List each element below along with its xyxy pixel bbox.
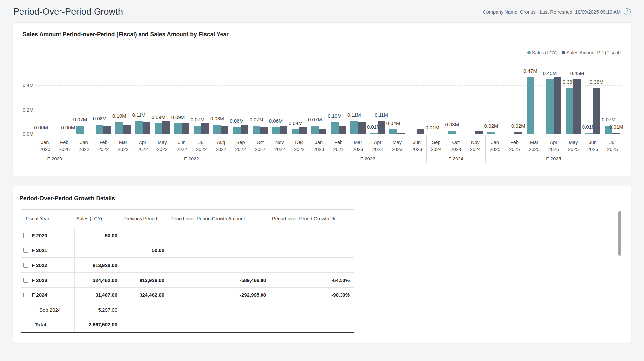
- bar-sales-dec-2022[interactable]: [292, 129, 299, 134]
- row-header-cell[interactable]: +F 2021: [21, 243, 74, 258]
- expand-plus-icon[interactable]: +: [23, 263, 28, 268]
- previous-period-cell: 324,462.00: [121, 288, 168, 302]
- x-axis-label-feb-2022: Feb2022: [94, 139, 113, 153]
- bar-sales-mar-2022[interactable]: [115, 122, 123, 134]
- bar-pp-apr-2025[interactable]: [554, 77, 561, 134]
- row-header-cell[interactable]: Sep 2024: [21, 302, 74, 317]
- fiscal-group-label: F 2020: [35, 156, 74, 161]
- bar-sales-may-2022[interactable]: [155, 123, 162, 134]
- x-axis-label-sep-2022: Sep2022: [231, 139, 250, 153]
- bar-pp-mar-2022[interactable]: [123, 125, 131, 134]
- x-axis-month: Jul: [603, 139, 622, 146]
- growth-amount-cell: -589,466.00: [168, 273, 270, 288]
- x-axis-label-mar-2025: Mar2025: [524, 139, 544, 153]
- expand-plus-icon[interactable]: +: [23, 233, 28, 238]
- x-axis-label-feb-2023: Feb2023: [329, 139, 348, 153]
- bar-sales-nov-2022[interactable]: [272, 127, 280, 134]
- chart-area: Sales (LCY)Sales Amount PP (Fiscal) 0.0M…: [23, 50, 621, 166]
- row-header-cell[interactable]: +F 2020: [21, 228, 74, 243]
- bar-pp-jun-2025[interactable]: [593, 88, 600, 134]
- bar-pp-mar-2023[interactable]: [358, 122, 366, 134]
- sales-cell: 31,467.00: [74, 288, 121, 302]
- plot-area: 0.00M0.07M0.08M0.10M0.11M0.09M0.09M0.07M…: [35, 50, 622, 134]
- x-axis-month: Jun: [172, 139, 191, 146]
- bar-sales-jan-2025[interactable]: [487, 132, 495, 134]
- column-header-4[interactable]: Period-over-Period Growth %: [270, 210, 354, 228]
- x-axis-label-dec-2022: Dec2022: [290, 139, 309, 153]
- table-body: +F 202050.00+F 202150.00+F 2022913,928.0…: [21, 228, 354, 332]
- bar-pp-may-2025[interactable]: [573, 79, 581, 134]
- bar-sales-apr-2022[interactable]: [135, 121, 143, 134]
- row-header-cell[interactable]: Total: [21, 317, 74, 332]
- bar-sales-aug-2022[interactable]: [213, 125, 221, 134]
- x-axis-year: 2023: [387, 146, 407, 153]
- bar-pp-nov-2024[interactable]: [475, 131, 483, 134]
- column-header-1[interactable]: Sales (LCY): [74, 210, 121, 228]
- x-axis-month: Jan: [35, 139, 55, 146]
- help-icon[interactable]: ?: [624, 8, 631, 15]
- bar-pp-dec-2022[interactable]: [299, 127, 307, 134]
- bar-sales-feb-2023[interactable]: [331, 122, 339, 134]
- expand-plus-icon[interactable]: +: [23, 278, 28, 283]
- collapse-minus-icon[interactable]: −: [23, 293, 28, 297]
- x-axis-label-jan-2020: Jan2020: [35, 139, 55, 153]
- bar-pp-jun-2023[interactable]: [417, 129, 424, 134]
- bar-sales-may-2025[interactable]: [566, 88, 573, 134]
- column-header-3[interactable]: Period-over-Period Growth Amount: [168, 210, 270, 228]
- sales-cell: 5,297.00: [74, 302, 121, 317]
- row-label: F 2023: [32, 277, 47, 283]
- x-axis-year: 2023: [309, 146, 329, 153]
- expand-plus-icon[interactable]: +: [23, 248, 28, 253]
- bar-pp-jul-2022[interactable]: [201, 123, 209, 134]
- bar-pp-oct-2022[interactable]: [260, 127, 268, 134]
- bar-sales-jul-2022[interactable]: [194, 126, 201, 134]
- bar-pp-jun-2022[interactable]: [182, 123, 189, 134]
- bar-sales-apr-2025[interactable]: [546, 79, 554, 134]
- bar-pp-sep-2022[interactable]: [241, 125, 248, 134]
- bar-pp-jan-2023[interactable]: [319, 129, 326, 134]
- bar-pp-may-2022[interactable]: [162, 121, 170, 134]
- bar-pp-feb-2023[interactable]: [339, 126, 346, 134]
- bar-sales-feb-2022[interactable]: [96, 125, 103, 134]
- table-row-total: Total2,667,502.00: [21, 317, 354, 332]
- bar-sales-mar-2023[interactable]: [350, 121, 358, 134]
- row-header-cell[interactable]: +F 2023: [21, 273, 74, 288]
- bar-pp-apr-2022[interactable]: [143, 122, 150, 134]
- x-axis-label-oct-2024: Oct2024: [446, 139, 465, 153]
- row-header-cell[interactable]: +F 2022: [21, 258, 74, 273]
- bar-sales-oct-2024[interactable]: [448, 131, 456, 134]
- x-axis-label-jan-2023: Jan2023: [309, 139, 329, 153]
- x-axis-month: Jan: [309, 139, 329, 146]
- x-axis-label-nov-2024: Nov2024: [465, 139, 485, 153]
- bar-data-label: 0.38M: [586, 79, 607, 85]
- table-card: Period-Over-Period Growth Details Fiscal…: [13, 186, 631, 343]
- bar-pp-feb-2025[interactable]: [514, 132, 522, 134]
- previous-period-cell: 50.00: [121, 243, 168, 258]
- bar-pp-nov-2022[interactable]: [280, 126, 287, 134]
- x-axis-month: Jun: [583, 139, 603, 146]
- row-header-content: Sep 2024: [21, 307, 74, 313]
- x-axis-label-oct-2022: Oct2022: [250, 139, 270, 153]
- x-axis-month: Jan: [74, 139, 94, 146]
- x-axis-month: Feb: [329, 139, 348, 146]
- bar-sales-sep-2022[interactable]: [233, 127, 241, 134]
- bar-pp-feb-2022[interactable]: [103, 126, 111, 134]
- growth-amount-cell: [168, 228, 270, 243]
- bar-data-label: 0.10M: [109, 113, 130, 119]
- bar-sales-may-2023[interactable]: [389, 129, 397, 134]
- bar-sales-jun-2022[interactable]: [174, 123, 182, 134]
- row-label: F 2024: [32, 292, 47, 298]
- x-axis-label-jan-2022: Jan2022: [74, 139, 94, 153]
- bar-data-label: 0.09M: [148, 114, 169, 120]
- bar-sales-oct-2022[interactable]: [253, 126, 260, 134]
- bar-pp-aug-2022[interactable]: [221, 126, 228, 134]
- vertical-scrollbar-thumb[interactable]: [618, 211, 621, 256]
- x-axis-year: 2022: [270, 146, 289, 153]
- column-header-2[interactable]: Previous Period: [121, 210, 168, 228]
- row-header-cell[interactable]: −F 2024: [21, 288, 74, 302]
- sales-cell: 324,462.00: [74, 273, 121, 288]
- bar-pp-apr-2023[interactable]: [378, 121, 385, 134]
- column-header-0[interactable]: Fiscal Year: [21, 210, 74, 228]
- bar-data-label: 0.07M: [598, 117, 619, 122]
- bar-sales-jan-2023[interactable]: [311, 126, 319, 134]
